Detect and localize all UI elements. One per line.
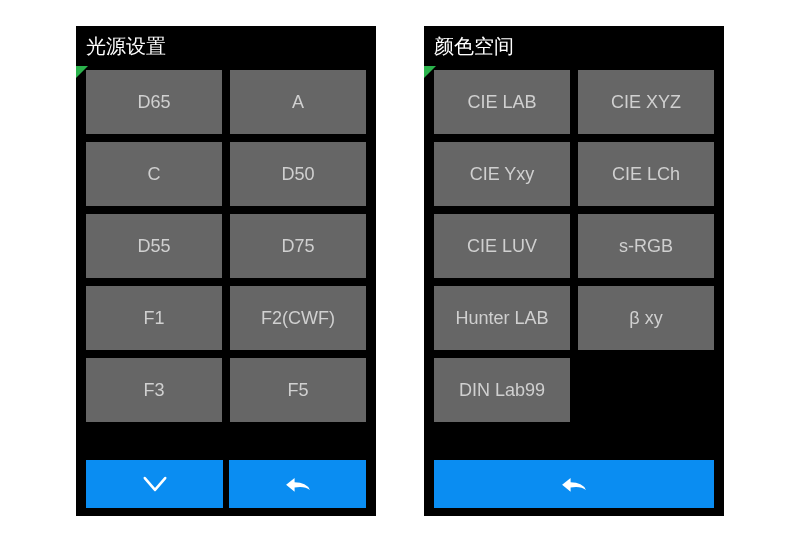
- color-space-grid: CIE LAB CIE XYZ CIE Yxy CIE LCh CIE LUV …: [424, 66, 724, 460]
- screen-title: 光源设置: [86, 33, 166, 60]
- color-space-option[interactable]: s-RGB: [578, 214, 714, 278]
- color-space-screen: 颜色空间 CIE LAB CIE XYZ CIE Yxy CIE LCh CIE…: [424, 26, 724, 516]
- light-source-option[interactable]: F3: [86, 358, 222, 422]
- light-source-screen: 光源设置 D65 A C D50 D55 D75 F1 F2(CWF) F3 F…: [76, 26, 376, 516]
- active-indicator-triangle: [76, 66, 88, 78]
- back-button[interactable]: [229, 460, 366, 508]
- light-source-option[interactable]: F2(CWF): [230, 286, 366, 350]
- color-space-option[interactable]: DIN Lab99: [434, 358, 570, 422]
- color-space-option[interactable]: CIE LCh: [578, 142, 714, 206]
- light-source-option[interactable]: F5: [230, 358, 366, 422]
- light-source-grid: D65 A C D50 D55 D75 F1 F2(CWF) F3 F5: [76, 66, 376, 460]
- color-space-option[interactable]: β xy: [578, 286, 714, 350]
- page-down-button[interactable]: [86, 460, 223, 508]
- active-indicator-triangle: [424, 66, 436, 78]
- light-source-option[interactable]: D75: [230, 214, 366, 278]
- light-source-option[interactable]: D50: [230, 142, 366, 206]
- color-space-option[interactable]: CIE LAB: [434, 70, 570, 134]
- back-button[interactable]: [434, 460, 714, 508]
- color-space-option[interactable]: CIE XYZ: [578, 70, 714, 134]
- back-arrow-icon: [281, 471, 315, 497]
- light-source-option[interactable]: D65: [86, 70, 222, 134]
- light-source-option[interactable]: D55: [86, 214, 222, 278]
- chevron-down-icon: [138, 471, 172, 497]
- title-bar: 颜色空间: [424, 26, 724, 66]
- bottom-bar: [424, 460, 724, 516]
- color-space-option[interactable]: Hunter LAB: [434, 286, 570, 350]
- title-bar: 光源设置: [76, 26, 376, 66]
- color-space-option[interactable]: CIE Yxy: [434, 142, 570, 206]
- bottom-bar: [76, 460, 376, 516]
- light-source-option[interactable]: A: [230, 70, 366, 134]
- color-space-option[interactable]: CIE LUV: [434, 214, 570, 278]
- light-source-option[interactable]: F1: [86, 286, 222, 350]
- screen-title: 颜色空间: [434, 33, 514, 60]
- back-arrow-icon: [557, 471, 591, 497]
- light-source-option[interactable]: C: [86, 142, 222, 206]
